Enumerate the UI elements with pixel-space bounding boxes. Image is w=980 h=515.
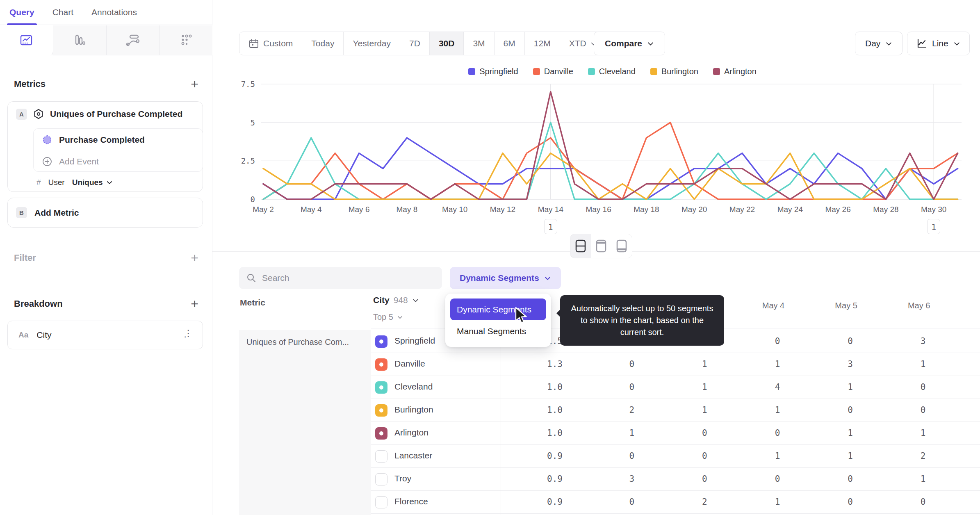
chart-type-line-tab[interactable] — [0, 25, 53, 55]
segment-average: 1.0 — [494, 428, 563, 438]
range-label: 12M — [534, 39, 551, 48]
segments-mode-menu: Dynamic SegmentsManual Segments — [445, 294, 551, 347]
layout-toggle — [570, 234, 632, 258]
chevron-down-icon — [885, 40, 892, 47]
granularity-label: Day — [865, 39, 880, 48]
segment-search — [239, 267, 442, 289]
group-column-header[interactable]: City 948 — [373, 295, 419, 305]
add-breakdown-icon[interactable]: + — [191, 299, 198, 309]
measured-as-row[interactable]: # User Uniques — [36, 178, 113, 187]
value-cell: 0 — [595, 451, 668, 461]
checked-checkbox[interactable] — [375, 335, 387, 348]
value-cell: 0 — [814, 405, 887, 415]
segment-values: 30001 — [571, 474, 959, 484]
metric-b-card[interactable]: B Add Metric — [7, 198, 203, 228]
annotation-chip[interactable]: 1 — [544, 219, 557, 234]
column-divider — [501, 330, 501, 515]
line-chart — [212, 66, 980, 254]
nav-tab-query[interactable]: Query — [9, 0, 34, 25]
group-header-label: City — [373, 295, 390, 305]
unchecked-checkbox[interactable] — [375, 473, 387, 485]
unchecked-checkbox[interactable] — [375, 496, 387, 508]
segment-name: Florence — [394, 497, 428, 506]
annotation-chip[interactable]: 1 — [927, 219, 940, 234]
range-custom[interactable]: Custom — [239, 32, 302, 55]
range-12m[interactable]: 12M — [525, 32, 560, 55]
table-row-burlington[interactable]: Burlington1.021100 — [371, 399, 980, 422]
sidebar-nav-tabs: QueryChartAnnotations — [0, 0, 212, 25]
metric-a-header[interactable]: A Uniques of Purchase Completed — [8, 102, 203, 120]
table-row-florence[interactable]: Florence0.902100 — [371, 491, 980, 514]
range-7d[interactable]: 7D — [400, 32, 430, 55]
tooltip: Automatically select up to 50 segments t… — [560, 295, 724, 346]
granularity-button[interactable]: Day — [855, 32, 903, 55]
compare-button[interactable]: Compare — [594, 32, 665, 55]
breakdown-city-card[interactable]: Aa City ⋮· — [7, 321, 203, 349]
range-yesterday[interactable]: Yesterday — [344, 32, 400, 55]
mouse-cursor — [513, 307, 530, 325]
layout-table-only[interactable] — [611, 234, 632, 258]
value-cell: 2 — [887, 451, 959, 461]
x-tick-label: May 6 — [337, 205, 382, 214]
add-metric-label: Add Metric — [34, 208, 79, 218]
value-cell: 1 — [887, 474, 959, 484]
metric-a-title: Uniques of Purchase Completed — [50, 109, 182, 119]
nav-tab-chart[interactable]: Chart — [52, 0, 73, 25]
chart-type-bar-tab[interactable] — [53, 25, 107, 55]
chevron-down-icon — [397, 314, 403, 320]
segment-average: 1.0 — [494, 405, 563, 415]
metric-a-card: A Uniques of Purchase Completed Purchase… — [7, 101, 203, 192]
segment-average: 0.9 — [494, 474, 563, 484]
table-row-danville[interactable]: Danville1.301131 — [371, 353, 980, 376]
range-30d[interactable]: 30D — [430, 32, 464, 55]
hexagon-event-icon — [33, 108, 44, 120]
calendar-icon — [248, 38, 259, 49]
checkbox-dot — [379, 340, 383, 344]
menu-item-manual-segments[interactable]: Manual Segments — [450, 320, 546, 342]
range-6m[interactable]: 6M — [495, 32, 525, 55]
y-tick-label: 0 — [222, 195, 255, 204]
add-event-row[interactable]: Add Event — [34, 150, 203, 172]
range-3m[interactable]: 3M — [464, 32, 494, 55]
segment-values: 01131 — [571, 359, 959, 369]
table-row-troy[interactable]: Troy0.930001 — [371, 468, 980, 491]
table-row-arlington[interactable]: Arlington1.010011 — [371, 422, 980, 445]
metric-cell: Uniques of Purchase Com... — [239, 330, 371, 515]
chevron-down-icon — [412, 297, 419, 304]
checked-checkbox[interactable] — [375, 381, 387, 394]
chart-type-scatter-tab[interactable] — [160, 25, 212, 55]
layout-chart-only[interactable] — [591, 234, 611, 258]
date-range-picker: CustomTodayYesterday7D30D3M6M12MXTD — [239, 32, 606, 55]
nav-tab-annotations[interactable]: Annotations — [91, 0, 137, 25]
x-tick-label: May 16 — [576, 205, 621, 214]
measure-uniques: Uniques — [72, 178, 103, 187]
range-today[interactable]: Today — [302, 32, 344, 55]
segments-table: Springfield1.510003Danville1.301131Cleve… — [371, 330, 980, 514]
menu-item-dynamic-segments[interactable]: Dynamic Segments — [450, 299, 546, 320]
segment-name: Burlington — [394, 405, 433, 415]
event-row[interactable]: Purchase Completed — [34, 129, 203, 150]
segment-name: Danville — [394, 359, 425, 369]
table-row-lancaster[interactable]: Lancaster0.900112 — [371, 445, 980, 468]
top-n-selector[interactable]: Top 5 — [373, 312, 403, 322]
unchecked-checkbox[interactable] — [375, 450, 387, 463]
x-tick-label: May 24 — [768, 205, 813, 214]
value-cell: 0 — [887, 382, 959, 392]
add-filter-icon[interactable]: + — [191, 253, 198, 263]
checked-checkbox[interactable] — [375, 358, 387, 371]
chevron-down-icon — [647, 40, 654, 47]
table-row-cleveland[interactable]: Cleveland1.001410 — [371, 376, 980, 399]
search-input[interactable] — [239, 267, 442, 289]
add-metric-icon[interactable]: + — [191, 79, 198, 89]
add-event-label: Add Event — [59, 157, 99, 166]
checked-checkbox[interactable] — [375, 427, 387, 440]
chart-type-flow-tab[interactable] — [107, 25, 160, 55]
chart-style-button[interactable]: Line — [907, 32, 970, 55]
segments-mode-button[interactable]: Dynamic Segments — [450, 267, 561, 289]
checked-checkbox[interactable] — [375, 404, 387, 417]
x-tick-label: May 20 — [672, 205, 717, 214]
layout-split-rows[interactable] — [570, 234, 591, 258]
kebab-menu-icon[interactable]: ⋮· — [184, 332, 193, 338]
range-label: Today — [311, 39, 334, 48]
panel-bottom-icon — [616, 239, 627, 253]
